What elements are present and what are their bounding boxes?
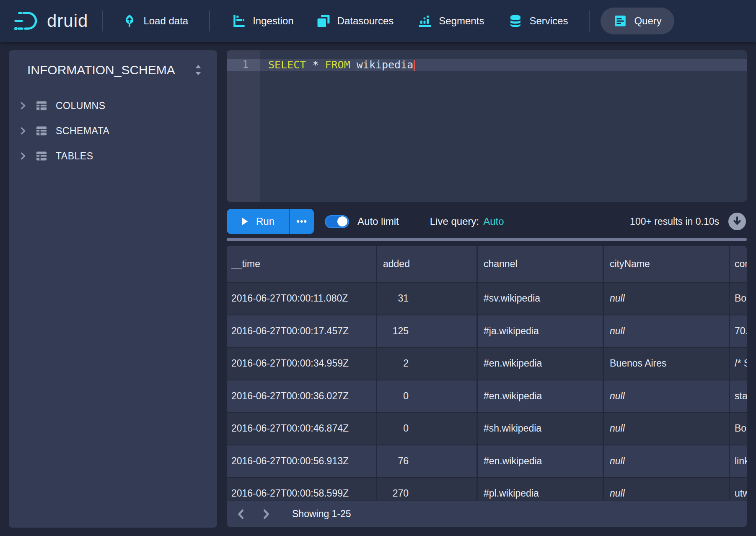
chevron-right-icon[interactable]	[19, 101, 27, 110]
auto-limit-label: Auto limit	[357, 216, 399, 227]
run-button-label: Run	[256, 216, 274, 227]
cell-channel: #ja.wikipedia	[476, 315, 603, 347]
results-body: 2016-06-27T00:00:11.080Z31#sv.wikipedian…	[227, 282, 747, 510]
cell-added: 31	[376, 283, 476, 315]
cell-channel: #en.wikipedia	[476, 445, 603, 477]
cell-channel: #en.wikipedia	[476, 380, 603, 412]
sidebar-item-label: COLUMNS	[56, 100, 106, 112]
schema-sidebar: INFORMATION_SCHEMA COL	[9, 50, 217, 528]
nav-item-query-active[interactable]: Query	[601, 8, 674, 34]
column-header-added[interactable]: added	[376, 246, 476, 282]
editor-gutter	[227, 50, 260, 202]
nav-item-datasources[interactable]: Datasources	[316, 14, 394, 28]
sql-code-line[interactable]: SELECT * FROM wikipedia	[268, 59, 415, 71]
auto-limit-toggle[interactable]	[325, 215, 349, 228]
query-toolbar: Run ••• Auto limit Live query:Auto 100+ …	[227, 209, 747, 234]
showing-label: Showing 1-25	[292, 508, 351, 520]
column-header-channel[interactable]: channel	[476, 246, 603, 282]
cell-cityName: null	[603, 315, 729, 347]
cell-added: 0	[376, 413, 476, 445]
cell-comment: sta	[729, 380, 747, 412]
nav-item-ingestion[interactable]: Ingestion	[232, 14, 293, 28]
download-icon	[733, 216, 742, 226]
cell-cityName: null	[603, 283, 729, 315]
table-row: 2016-06-27T00:00:56.913Z76#en.wikipedian…	[227, 445, 747, 477]
nav-item-label: Query	[634, 15, 661, 27]
cell-channel: #sv.wikipedia	[476, 283, 603, 315]
live-query-label: Live query:	[430, 216, 479, 227]
cell-time: 2016-06-27T00:00:36.027Z	[227, 380, 376, 412]
nav-item-load-data[interactable]: Load data	[122, 14, 188, 28]
cell-added: 125	[376, 315, 476, 347]
ingestion-icon	[232, 14, 246, 28]
segments-icon	[418, 14, 432, 28]
sidebar-item-tables[interactable]: TABLES	[9, 143, 217, 169]
table-icon	[35, 99, 48, 112]
sidebar-item-schemata[interactable]: SCHEMATA	[9, 118, 217, 143]
datasources-icon	[316, 14, 331, 28]
cell-cityName: null	[603, 445, 729, 477]
chevron-right-icon[interactable]	[19, 152, 27, 160]
services-icon	[508, 14, 523, 28]
live-query-value[interactable]: Auto	[483, 216, 504, 227]
sort-toggle-icon[interactable]	[193, 64, 204, 76]
table-row: 2016-06-27T00:00:46.874Z0#sh.wikipedianu…	[227, 412, 747, 445]
sidebar-item-label: TABLES	[56, 151, 93, 162]
load-data-icon	[122, 14, 137, 28]
schema-tree: COLUMNS SCHEMATA	[9, 93, 217, 169]
table-icon	[35, 149, 48, 163]
download-button[interactable]	[728, 213, 746, 230]
cell-comment: Bo	[729, 413, 747, 445]
cell-cityName: null	[603, 413, 729, 445]
nav-item-segments[interactable]: Segments	[418, 14, 484, 28]
logo-text: druid	[47, 11, 88, 31]
cell-channel: #en.wikipedia	[476, 348, 603, 380]
table-row: 2016-06-27T00:00:36.027Z0#en.wikipedianu…	[227, 380, 747, 412]
column-header-cityname[interactable]: cityName	[603, 246, 729, 282]
text-cursor	[414, 60, 415, 71]
sql-editor[interactable]: 1 SELECT * FROM wikipedia	[227, 50, 747, 202]
sidebar-item-label: SCHEMATA	[56, 125, 109, 137]
nav-item-label: Segments	[439, 15, 484, 27]
cell-time: 2016-06-27T00:00:17.457Z	[227, 315, 376, 347]
cell-time: 2016-06-27T00:00:11.080Z	[227, 283, 376, 315]
next-page-button[interactable]	[261, 508, 271, 520]
navbar-divider	[209, 10, 210, 31]
run-button[interactable]: Run	[227, 209, 289, 234]
nav-item-label: Services	[529, 15, 568, 27]
cell-time: 2016-06-27T00:00:56.913Z	[227, 445, 376, 477]
table-row: 2016-06-27T00:00:11.080Z31#sv.wikipedian…	[227, 282, 747, 315]
druid-logo[interactable]: druid	[14, 9, 88, 33]
table-icon	[35, 124, 48, 138]
cell-cityName: Buenos Aires	[603, 348, 729, 380]
column-header-time[interactable]: __time	[227, 246, 376, 282]
table-row: 2016-06-27T00:00:17.457Z125#ja.wikipedia…	[227, 315, 747, 347]
druid-logo-icon	[14, 9, 41, 33]
table-row: 2016-06-27T00:00:34.959Z2#en.wikipediaBu…	[227, 347, 747, 380]
schema-title: INFORMATION_SCHEMA	[27, 63, 175, 77]
prev-page-button[interactable]	[236, 508, 246, 520]
nav-item-label: Datasources	[337, 15, 394, 27]
cell-added: 76	[376, 445, 476, 477]
sql-keyword: FROM	[325, 59, 350, 71]
sql-keyword: SELECT	[268, 59, 306, 71]
nav-item-label: Ingestion	[253, 15, 293, 27]
column-header-comment[interactable]: comment	[729, 246, 747, 282]
toggle-knob	[337, 216, 347, 226]
run-more-button[interactable]: •••	[289, 209, 314, 234]
chevron-right-icon[interactable]	[19, 127, 27, 135]
navbar-divider	[102, 10, 103, 31]
cell-time: 2016-06-27T00:00:46.874Z	[227, 413, 376, 445]
sql-operator: *	[312, 59, 318, 71]
cell-comment: link	[729, 445, 747, 477]
pagination-bar: Showing 1-25	[227, 500, 747, 527]
nav-item-label: Load data	[143, 15, 188, 27]
results-panel: __time added channel cityName comment 20…	[227, 246, 747, 527]
cell-comment: 70.	[729, 315, 747, 347]
cell-cityName: null	[603, 380, 729, 412]
horizontal-scrollbar[interactable]	[227, 238, 747, 241]
cell-added: 0	[376, 380, 476, 412]
nav-item-services[interactable]: Services	[508, 14, 568, 28]
results-summary: 100+ results in 0.10s	[630, 216, 719, 227]
sidebar-item-columns[interactable]: COLUMNS	[9, 93, 217, 118]
